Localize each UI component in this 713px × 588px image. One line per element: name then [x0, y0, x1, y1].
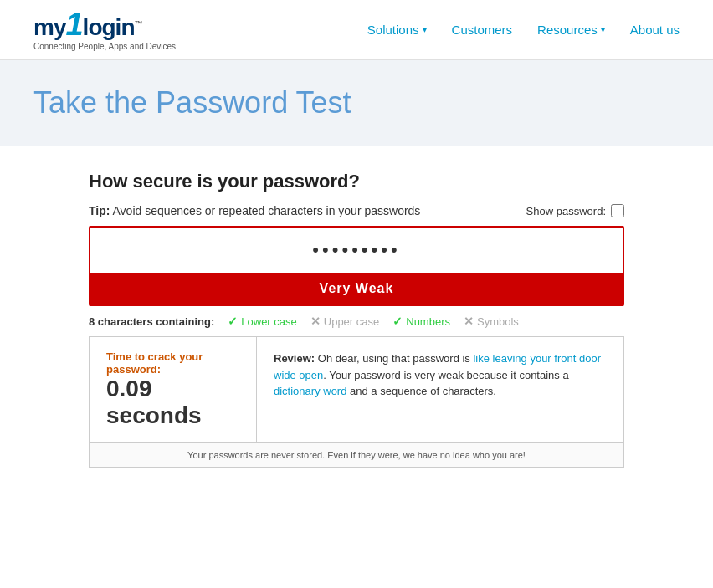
char-symbols: ✕ Symbols [464, 314, 519, 328]
char-lower: ✓ Lower case [228, 314, 296, 328]
result-box: Time to crack your password: 0.09 second… [89, 336, 624, 468]
logo-login: login [83, 14, 135, 40]
chars-label: 8 characters containing: [89, 315, 214, 328]
logo-tagline: Connecting People, Apps and Devices [33, 42, 176, 51]
tip-row: Tip: Avoid sequences or repeated charact… [89, 204, 624, 217]
stored-note: Your passwords are never stored. Even if… [90, 443, 623, 467]
chevron-down-icon-2: ▾ [601, 25, 605, 34]
review-label: Review: [274, 352, 315, 365]
page-title: Take the Password Test [33, 85, 680, 120]
check-icon: ✓ [228, 314, 238, 328]
section-title: How secure is your password? [89, 171, 624, 192]
char-lower-label: Lower case [241, 315, 296, 328]
review-section: Review: Oh dear, using that password is … [257, 337, 623, 442]
logo-tm: ™ [134, 19, 141, 28]
review-text: Oh dear, using that password is like lea… [274, 352, 601, 397]
crack-time: Time to crack your password: 0.09 second… [90, 337, 257, 442]
nav-about[interactable]: About us [630, 23, 680, 37]
cross-icon: ✕ [310, 314, 321, 328]
check-icon-2: ✓ [392, 314, 403, 328]
strength-bar: Very Weak [90, 273, 623, 304]
nav-resources[interactable]: Resources ▾ [537, 23, 605, 37]
char-numbers: ✓ Numbers [392, 314, 450, 328]
logo: my1login™ Connecting People, Apps and De… [33, 8, 176, 51]
hero-band: Take the Password Test [0, 60, 713, 146]
crack-value: 0.09 seconds [106, 376, 239, 429]
nav-links: Solutions ▾ Customers Resources ▾ About … [367, 23, 680, 37]
navbar: my1login™ Connecting People, Apps and De… [0, 0, 713, 60]
main-content: How secure is your password? Tip: Avoid … [55, 171, 658, 501]
chevron-down-icon: ▾ [423, 25, 427, 34]
char-symbols-label: Symbols [477, 315, 519, 328]
show-password-label: Show password: [526, 205, 606, 217]
char-upper-label: Upper case [324, 315, 379, 328]
chars-row: 8 characters containing: ✓ Lower case ✕ … [89, 306, 624, 336]
password-wrapper: Very Weak [89, 226, 624, 306]
logo-my: my [33, 14, 65, 40]
cross-icon-2: ✕ [464, 314, 474, 328]
logo-text: my1login™ [33, 8, 176, 40]
char-upper: ✕ Upper case [310, 314, 379, 328]
tip-text: Tip: Avoid sequences or repeated charact… [89, 204, 420, 217]
nav-solutions[interactable]: Solutions ▾ [367, 23, 427, 37]
result-inner: Time to crack your password: 0.09 second… [90, 337, 623, 443]
crack-label: Time to crack your password: [106, 350, 239, 376]
logo-one: 1 [65, 7, 82, 42]
nav-customers[interactable]: Customers [452, 23, 513, 37]
password-input[interactable] [90, 228, 623, 273]
char-numbers-label: Numbers [406, 315, 450, 328]
show-password-control: Show password: [526, 204, 624, 217]
show-password-checkbox[interactable] [611, 204, 624, 217]
